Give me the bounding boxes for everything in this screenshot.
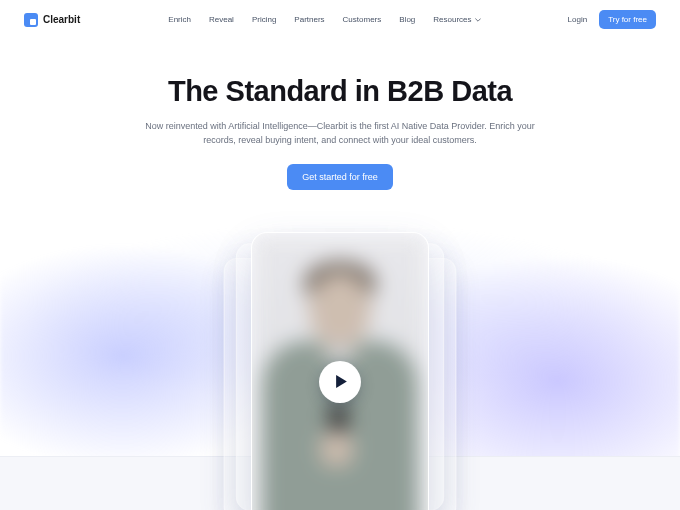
video-thumbnail[interactable] <box>251 232 429 510</box>
nav-pricing[interactable]: Pricing <box>252 15 276 24</box>
auth-actions: Login Try for free <box>568 10 656 29</box>
chevron-down-icon <box>475 17 480 22</box>
primary-nav: Enrich Reveal Pricing Partners Customers… <box>168 15 479 24</box>
hero-video-area <box>0 226 680 510</box>
brand-name: Clearbit <box>43 14 80 25</box>
site-header: Clearbit Enrich Reveal Pricing Partners … <box>0 0 680 39</box>
video-card-stack <box>251 232 429 510</box>
login-link[interactable]: Login <box>568 15 588 24</box>
hero-subtitle: Now reinvented with Artificial Intellige… <box>140 120 540 148</box>
hero: The Standard in B2B Data Now reinvented … <box>0 39 680 208</box>
hero-title: The Standard in B2B Data <box>60 75 620 108</box>
nav-enrich[interactable]: Enrich <box>168 15 191 24</box>
play-button[interactable] <box>319 361 361 403</box>
logo-icon <box>24 13 38 27</box>
nav-blog[interactable]: Blog <box>399 15 415 24</box>
get-started-button[interactable]: Get started for free <box>287 164 393 190</box>
nav-customers[interactable]: Customers <box>343 15 382 24</box>
play-icon <box>335 374 348 389</box>
nav-resources[interactable]: Resources <box>433 15 479 24</box>
try-free-button[interactable]: Try for free <box>599 10 656 29</box>
nav-partners[interactable]: Partners <box>294 15 324 24</box>
nav-reveal[interactable]: Reveal <box>209 15 234 24</box>
brand-logo[interactable]: Clearbit <box>24 13 80 27</box>
